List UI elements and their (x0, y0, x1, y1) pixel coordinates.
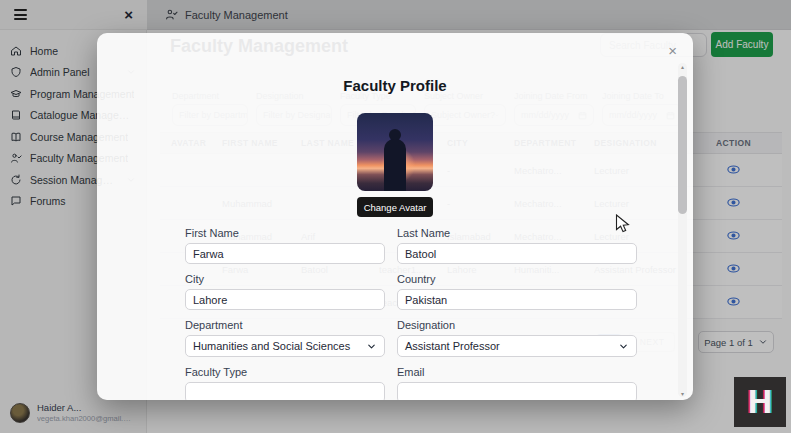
city-input[interactable] (185, 289, 385, 310)
chevron-down-icon (366, 341, 377, 352)
modal-scrollbar-thumb[interactable] (678, 76, 687, 214)
last-name-input[interactable] (397, 243, 637, 264)
modal-title: Faculty Profile (97, 77, 693, 94)
faculty-type-input[interactable] (185, 382, 385, 400)
profile-avatar-image (357, 113, 433, 191)
email-input[interactable] (397, 382, 637, 400)
select-value: Humanities and Social Sciences (193, 340, 350, 352)
watermark-letter: H (748, 383, 772, 421)
field-label: Last Name (397, 227, 637, 239)
field-faculty-type: Faculty Type (185, 366, 385, 400)
field-department: Department Humanities and Social Science… (185, 319, 385, 357)
modal-close-icon[interactable]: × (668, 43, 677, 58)
first-name-input[interactable] (185, 243, 385, 264)
field-city: City (185, 273, 385, 310)
faculty-profile-modal: × Faculty Profile Change Avatar First Na… (97, 33, 693, 400)
field-label: Designation (397, 319, 637, 331)
field-label: City (185, 273, 385, 285)
field-designation: Designation Assistant Professor (397, 319, 637, 357)
change-avatar-button[interactable]: Change Avatar (357, 197, 433, 217)
field-label: Country (397, 273, 637, 285)
field-label: First Name (185, 227, 385, 239)
field-last-name: Last Name (397, 227, 637, 264)
chevron-down-icon (618, 341, 629, 352)
country-input[interactable] (397, 289, 637, 310)
profile-form: First Name Last Name City Country Depart… (185, 227, 637, 400)
designation-select[interactable]: Assistant Professor (397, 335, 637, 357)
field-label: Department (185, 319, 385, 331)
h-logo-watermark: H (734, 377, 786, 427)
field-country: Country (397, 273, 637, 310)
app-window: × Faculty Management Home Admin Panel Pr… (0, 0, 791, 433)
department-select[interactable]: Humanities and Social Sciences (185, 335, 385, 357)
field-label: Email (397, 366, 637, 378)
scroll-up-icon[interactable]: ▴ (681, 63, 684, 70)
field-label: Faculty Type (185, 366, 385, 378)
select-value: Assistant Professor (405, 340, 500, 352)
scroll-down-icon[interactable]: ▾ (681, 390, 684, 397)
field-email: Email (397, 366, 637, 400)
field-first-name: First Name (185, 227, 385, 264)
